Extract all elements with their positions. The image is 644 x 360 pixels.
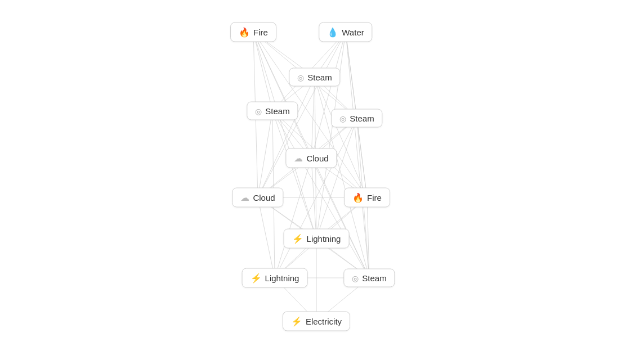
node-label-lightning2: Lightning [265, 273, 299, 283]
node-water1[interactable]: 💧Water [319, 22, 372, 42]
node-icon-fire2: 🔥 [352, 192, 364, 203]
node-steam4[interactable]: ◎Steam [343, 269, 395, 287]
node-fire1[interactable]: 🔥Fire [230, 22, 276, 42]
node-icon-cloud2: ☁ [240, 192, 249, 203]
node-label-steam2: Steam [265, 106, 289, 116]
svg-line-1 [253, 32, 272, 111]
svg-line-42 [258, 197, 275, 278]
node-lightning2[interactable]: ⚡Lightning [242, 268, 308, 288]
svg-line-20 [315, 77, 367, 197]
svg-line-19 [258, 77, 315, 197]
node-steam2[interactable]: ◎Steam [247, 102, 298, 120]
node-label-steam4: Steam [362, 273, 386, 283]
node-steam1[interactable]: ◎Steam [289, 68, 340, 87]
node-icon-electricity1: ⚡ [291, 316, 302, 327]
node-icon-steam1: ◎ [297, 73, 304, 82]
svg-line-11 [311, 32, 346, 158]
svg-line-39 [311, 158, 369, 278]
node-icon-water1: 💧 [327, 27, 338, 38]
node-label-water1: Water [342, 28, 364, 37]
node-label-steam1: Steam [307, 73, 332, 82]
node-steam3[interactable]: ◎Steam [331, 109, 382, 128]
svg-line-24 [258, 111, 272, 197]
svg-line-6 [253, 32, 316, 238]
node-label-steam3: Steam [350, 114, 374, 123]
node-cloud2[interactable]: ☁Cloud [232, 188, 283, 208]
node-lightning1[interactable]: ⚡Lightning [284, 229, 350, 249]
svg-line-18 [311, 77, 315, 158]
node-label-lightning1: Lightning [307, 234, 341, 244]
node-icon-lightning1: ⚡ [292, 233, 303, 244]
node-electricity1[interactable]: ⚡Electricity [283, 312, 350, 331]
node-label-fire1: Fire [253, 28, 268, 37]
node-icon-steam4: ◎ [352, 273, 359, 282]
node-icon-cloud1: ☁ [294, 153, 303, 164]
svg-line-46 [367, 197, 369, 278]
svg-line-14 [316, 32, 346, 238]
node-label-cloud2: Cloud [253, 193, 275, 202]
svg-line-38 [275, 158, 311, 278]
node-icon-fire1: 🔥 [239, 27, 250, 38]
graph-container: 🔥Fire💧Water◎Steam◎Steam◎Steam☁Cloud☁Clou… [0, 0, 644, 360]
node-label-cloud1: Cloud [306, 154, 328, 163]
node-label-fire2: Fire [367, 193, 382, 202]
svg-line-26 [272, 111, 316, 238]
node-icon-steam2: ◎ [255, 106, 262, 115]
node-fire2[interactable]: 🔥Fire [344, 188, 390, 208]
node-cloud1[interactable]: ☁Cloud [285, 148, 337, 168]
connections-svg [0, 0, 644, 360]
node-label-electricity1: Electricity [306, 317, 342, 326]
svg-line-10 [346, 32, 357, 118]
node-icon-steam3: ◎ [339, 114, 346, 123]
svg-line-32 [316, 118, 357, 238]
svg-line-37 [311, 158, 316, 238]
svg-line-31 [357, 118, 367, 197]
svg-line-3 [253, 32, 311, 158]
node-icon-lightning2: ⚡ [251, 273, 262, 284]
